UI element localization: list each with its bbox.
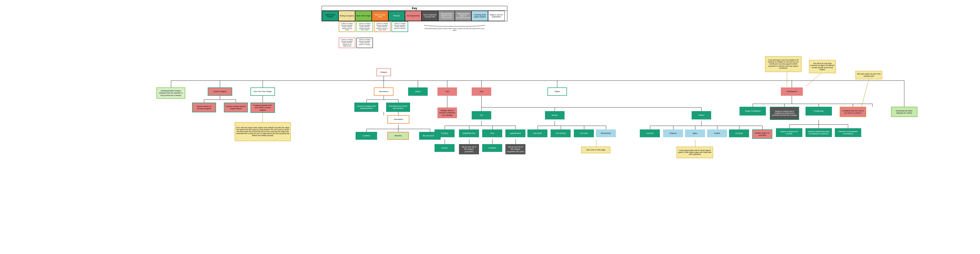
key-cell: Distinguishable shape for Guidewire prod… <box>455 11 471 21</box>
ts-pos-2: Support relative/absolute (or stacked) c… <box>805 128 832 137</box>
key-cell: Need to never check <box>372 11 388 21</box>
key-cell: Distinguishable shape for Duck Creek pro… <box>438 11 455 21</box>
search-shapes: Search shapes <box>208 87 232 96</box>
note-svg-html: SVG, html and maybe other shapes work de… <box>235 122 291 141</box>
ts-required: Shape for required text & containers & n… <box>770 107 799 120</box>
styles-root: Styles <box>547 87 567 96</box>
action: Action <box>408 87 428 96</box>
dec-arrows: Arrows & shapes and outline/borders <box>354 103 378 112</box>
key-sub-cell: Outline on shapes that are not green mea… <box>356 22 373 32</box>
fill-tints: Tints <box>482 129 502 137</box>
key-table: Key Implemented FeatureTesting in progre… <box>321 6 508 21</box>
key-sub-cell: Outline on shapes that are not green mea… <box>391 22 408 32</box>
non-text-shape: Non-Text Text Shape <box>250 87 275 96</box>
key-cell: Planned <box>388 11 405 21</box>
key-brace-note: Even these features need to have a never… <box>423 24 486 31</box>
key-title: Key <box>322 6 507 11</box>
dec-flowchart: Flowchart and corner and borders <box>386 103 410 112</box>
text-root: Text <box>438 87 457 96</box>
key-subrow: Outline on shapes that are not green mea… <box>338 21 409 32</box>
key-sub-cell: Outline on shapes that are not green mea… <box>374 22 391 32</box>
textsearch-note1: Could add logic to see if it's related t… <box>765 56 802 72</box>
svg-html-handle: Properly handle SVG and HTML content sha… <box>250 103 275 113</box>
border-placeholder: Placeholder <box>596 129 616 137</box>
key-brace-text: Even these features need to have a never… <box>425 28 484 31</box>
key-cell: Never check shape <box>355 11 372 21</box>
key-cell: Checking visual support System <box>471 11 488 21</box>
orientation-location: Location <box>356 132 377 140</box>
search-domain: Search based on domain program <box>192 103 216 112</box>
textsearch-root: Text/Search <box>781 87 803 96</box>
key-cell: Shape is used for organization <box>488 11 505 21</box>
decorators: Decorators <box>374 87 393 96</box>
key-sub-cell: Outline on shapes that are not green mea… <box>339 22 355 32</box>
distinguishable-shapes: Distinguishable shapes (Shapes that are … <box>156 87 185 98</box>
orientation: Orientation <box>387 115 409 124</box>
key-cell: Not to implement but good idea <box>422 11 438 21</box>
others-rounded: rounded <box>640 129 660 137</box>
others-shadow: Shadow <box>663 129 683 137</box>
key-cell: Testing in progress <box>339 11 355 21</box>
ts-containers: Shape Containers <box>740 107 766 116</box>
border-root: Border <box>545 111 565 119</box>
textsearch-note3: Will need caution as part of the workite… <box>855 71 882 79</box>
key-subrow2: Outline on shapes that are not green mea… <box>338 37 374 49</box>
border-note: See note on this page <box>581 146 611 153</box>
svg-line-74 <box>805 73 821 87</box>
border-dashes: Line dashes <box>550 129 571 137</box>
textsearch-note2: This will be fix only when somehow we fi… <box>809 60 836 73</box>
others-glass: glass <box>685 129 705 137</box>
fill-note2: will go over all of the shapes propertie… <box>505 144 525 154</box>
fill-accent: Accent <box>434 144 455 152</box>
text-sub: Shapes without domain containers (no ove… <box>438 108 457 118</box>
key-sub-cell: Outline on shapes that are not green mea… <box>339 38 355 48</box>
others-broken: Broken styles on overrides <box>752 129 772 139</box>
connectors <box>0 0 980 254</box>
edit-root: Edit <box>472 87 491 96</box>
others-root: Others <box>692 111 711 119</box>
custom-domain-search: Custom domain search shape feature <box>224 103 248 112</box>
fill-colors: (palette)Colors <box>459 129 479 137</box>
key-sub-cell: Outline on shapes that are not green mea… <box>356 38 373 48</box>
orientation-direction: direction <box>387 132 409 140</box>
root-shapes: Shapes <box>376 68 391 76</box>
border-tints: Line tints <box>574 129 594 137</box>
border-width: Line width <box>527 129 547 137</box>
ts-pos-3: Direction of text/labels (orientation) <box>835 128 861 137</box>
others-note: Could support glass with its visual supp… <box>676 146 713 158</box>
ts-container-text: Container text box text is not done so c… <box>840 107 866 117</box>
fill-note1: will go over all of the shapes propertie… <box>459 144 479 154</box>
others-contrast: Contrast <box>729 129 749 137</box>
fill-opacity: opacityValue <box>505 129 525 137</box>
key-cell: Not implemented <box>405 11 422 21</box>
ts-pos-1: Space or layered for bounds <box>776 128 802 137</box>
ts-positioning: Positioning <box>805 107 832 116</box>
key-row: Implemented FeatureTesting in progressNe… <box>322 11 507 21</box>
fill-primary: Primary <box>434 129 455 137</box>
key-cell: Implemented Feature <box>322 11 339 21</box>
fill-gradient: Gradient <box>482 144 502 152</box>
svg-line-75 <box>861 79 869 107</box>
fill-root: Fill <box>472 111 491 119</box>
others-outline: Outline <box>707 129 727 137</box>
ts-download: Download all editor features for check <box>891 107 918 117</box>
